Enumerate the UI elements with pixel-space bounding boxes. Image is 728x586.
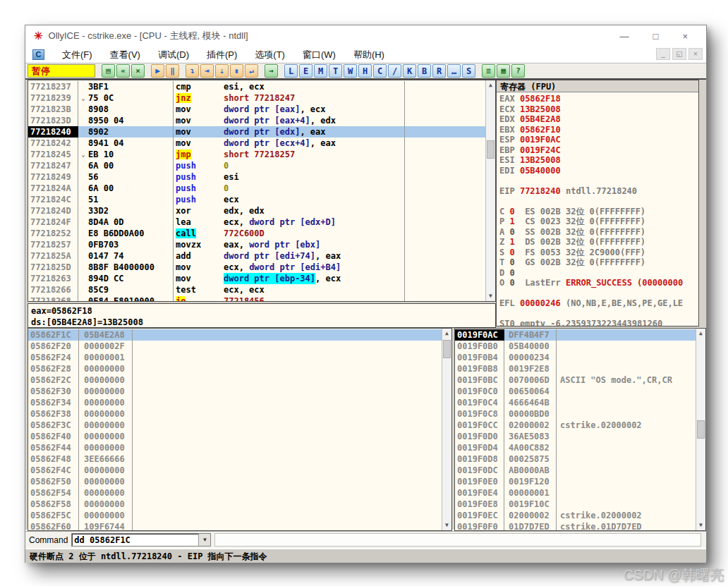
disassembly-pane[interactable]: 772182373BF1cmpesi, ecx77218239⌄75 0Cjnz…	[28, 80, 496, 302]
hexdump-row[interactable]: 05862F2C00000000	[28, 374, 442, 386]
help-button[interactable]: ?	[511, 64, 525, 78]
command-input[interactable]: dd 05862F1C	[72, 535, 198, 545]
menu-item[interactable]: 选项(T)	[255, 49, 285, 61]
stack-row[interactable]: 0019F0E80019F10C	[455, 499, 696, 510]
stack-row[interactable]: 0019F0B005B40000	[455, 341, 696, 352]
stack-row[interactable]: 0019F0F001D7D7EDcstrike.01D7D7ED	[455, 521, 696, 531]
mdi-minimize-button[interactable]: _	[656, 48, 670, 60]
register-line[interactable]: ESP 0019F0AC	[497, 135, 698, 145]
animate-over-button[interactable]: ⇟	[230, 64, 243, 78]
disasm-row[interactable]: 772182680F84 E8010000je77218456	[28, 295, 485, 302]
patches-window-button[interactable]: /	[388, 64, 401, 78]
run-trace-window-button[interactable]: …	[447, 64, 461, 78]
hexdump-row[interactable]: 05862F3400000000	[28, 397, 442, 408]
disasm-row[interactable]: 77218252E8 B6DD0A00call772C600D	[28, 228, 485, 239]
step-into-button[interactable]: ↴	[186, 64, 199, 78]
disasm-row[interactable]: 7721823B8908movdword ptr [eax], ecx	[28, 104, 485, 115]
stack-scrollbar[interactable]: ▲ ▼	[696, 329, 705, 530]
stack-row[interactable]: 0019F0D800025875	[455, 453, 696, 465]
handles-window-button[interactable]: H	[358, 64, 372, 78]
hexdump-row[interactable]: 05862F4000000000	[28, 431, 442, 442]
registers-pane[interactable]: 寄存器 (FPU) EAX 05862F18ECX 13B25008EDX 05…	[496, 80, 699, 326]
stack-row[interactable]: 0019F0C800000BD0	[455, 408, 696, 420]
hexdump-row[interactable]: 05862F5000000000	[28, 476, 442, 487]
scroll-down-icon[interactable]: ▼	[696, 520, 705, 530]
windows-window-button[interactable]: W	[344, 64, 357, 78]
hexdump-row[interactable]: 05862F5C00000000	[28, 510, 442, 521]
menu-item[interactable]: 查看(V)	[110, 49, 140, 61]
disasm-row[interactable]: 77218239⌄75 0Cjnzshort 77218247	[28, 92, 485, 104]
menu-item[interactable]: 插件(P)	[207, 49, 237, 61]
register-line[interactable]: EDX 05B4E2A8	[497, 114, 698, 125]
hexdump-row[interactable]: 05862F60109F6744	[28, 521, 442, 531]
disasm-row[interactable]: 7721825A0147 74adddword ptr [edi+74], ea…	[28, 250, 485, 262]
references-window-button[interactable]: R	[432, 64, 446, 78]
hexdump-row[interactable]: 05862F2800000000	[28, 363, 442, 374]
stack-row[interactable]: 0019F0C44666464B	[455, 397, 696, 408]
hexdump-row[interactable]: 05862F3800000000	[28, 408, 442, 420]
close-button[interactable]: ×	[682, 31, 688, 42]
stack-row[interactable]: 0019F0ACDFF4B4F7	[455, 329, 696, 341]
stack-row[interactable]: 0019F0D44A00C882	[455, 442, 696, 453]
register-line[interactable]	[497, 288, 698, 299]
close-program-button[interactable]: ×	[131, 64, 145, 78]
scroll-up-icon[interactable]: ▲	[486, 80, 495, 90]
stack-row[interactable]: 0019F0D036AE5083	[455, 431, 696, 442]
scroll-thumb[interactable]	[487, 140, 495, 159]
register-line[interactable]: EIP 77218240 ntdll.77218240	[497, 186, 698, 197]
hexdump-scrollbar[interactable]: ▲ ▼	[442, 329, 451, 530]
register-line[interactable]	[497, 176, 698, 186]
disasm-row[interactable]: 772182476A 00push0	[28, 160, 485, 171]
menu-item[interactable]: 窗口(W)	[303, 49, 336, 61]
hexdump-row[interactable]: 05862F4C00000000	[28, 465, 442, 476]
hex-dump-pane[interactable]: 05862F1C05B4E2A805862F200000002F05862F24…	[28, 328, 452, 531]
disasm-row[interactable]: 7721826685C9testecx, ecx	[28, 284, 485, 295]
scroll-up-icon[interactable]: ▲	[696, 329, 705, 338]
register-line[interactable]: T 0 GS 002B 32位 0(FFFFFFFF)	[497, 257, 698, 268]
stack-row[interactable]: 0019F0B80019F2E8	[455, 363, 696, 374]
animate-into-button[interactable]: ⇣	[215, 64, 229, 78]
disasm-row[interactable]: 772182428941 04movdword ptr [ecx+4], eax	[28, 138, 485, 149]
disasm-row[interactable]: 7721825D8B8F B4000000movecx, dword ptr […	[28, 262, 485, 273]
register-line[interactable]: ESI 13B25008	[497, 155, 698, 166]
execute-till-return-button[interactable]: ↵	[245, 64, 258, 78]
scroll-down-icon[interactable]: ▼	[486, 291, 495, 301]
register-line[interactable]	[497, 196, 698, 207]
register-line[interactable]: EBP 0019F24C	[497, 145, 698, 156]
register-line[interactable]	[497, 309, 698, 319]
command-combobox[interactable]: dd 05862F1C ▼	[71, 533, 211, 547]
register-line[interactable]: ST0 empty -6.2359373223443981260	[497, 319, 698, 326]
disasm-row[interactable]: 7721824F8D4A 0Dleaecx, dword ptr [edx+D]	[28, 216, 485, 228]
call-stack-window-button[interactable]: K	[403, 64, 416, 78]
hexdump-row[interactable]: 05862F200000002F	[28, 341, 442, 352]
hexdump-row[interactable]: 05862F1C05B4E2A8	[28, 329, 442, 341]
memory-window-button[interactable]: M	[314, 64, 327, 78]
go-to-eip-button[interactable]: →	[265, 64, 278, 78]
disasm-row[interactable]: 7721824D33D2xoredx, edx	[28, 205, 485, 216]
hexdump-row[interactable]: 05862F5400000000	[28, 487, 442, 499]
disasm-row[interactable]: 77218245⌄EB 10jmpshort 77218257	[28, 149, 485, 160]
register-line[interactable]: S 0 FS 0053 32位 2C9000(FFF)	[497, 248, 698, 258]
stack-row[interactable]: 0019F0BC0070006DASCII "OS mode.",CR,CR	[455, 374, 696, 386]
open-file-button[interactable]: ▤	[102, 64, 115, 78]
restart-button[interactable]: «	[116, 64, 130, 78]
scroll-down-icon[interactable]: ▼	[442, 520, 451, 530]
disasm-scrollbar[interactable]: ▲ ▼	[485, 80, 495, 301]
stack-row[interactable]: 0019F0DCAB0000AB	[455, 465, 696, 476]
stack-row[interactable]: 0019F0E00019F120	[455, 476, 696, 487]
register-line[interactable]: O 0 LastErr ERROR_SUCCESS (00000000	[497, 278, 698, 288]
appearance-button[interactable]: ▦	[497, 64, 510, 78]
menu-item[interactable]: 文件(F)	[62, 49, 92, 61]
hexdump-row[interactable]: 05862F3000000000	[28, 386, 442, 397]
stack-row[interactable]: 0019F0EC02000002cstrike.02000002	[455, 510, 696, 521]
stack-row[interactable]: 0019F0E400000001	[455, 487, 696, 499]
disasm-row[interactable]: 772182570FB703movzxeax, word ptr [ebx]	[28, 239, 485, 250]
hexdump-row[interactable]: 05862F483EE66666	[28, 453, 442, 465]
disasm-row[interactable]: 77218263894D CCmovdword ptr [ebp-34], ec…	[28, 273, 485, 284]
hexdump-row[interactable]: 05862F5800000000	[28, 499, 442, 510]
disasm-row[interactable]: 772182408902movdword ptr [edx], eax	[28, 126, 485, 138]
scroll-thumb[interactable]	[443, 340, 451, 358]
register-line[interactable]: EAX 05862F18	[497, 94, 698, 104]
register-line[interactable]: C 0 ES 002B 32位 0(FFFFFFFF)	[497, 207, 698, 217]
hexdump-row[interactable]: 05862F4400000000	[28, 442, 442, 453]
